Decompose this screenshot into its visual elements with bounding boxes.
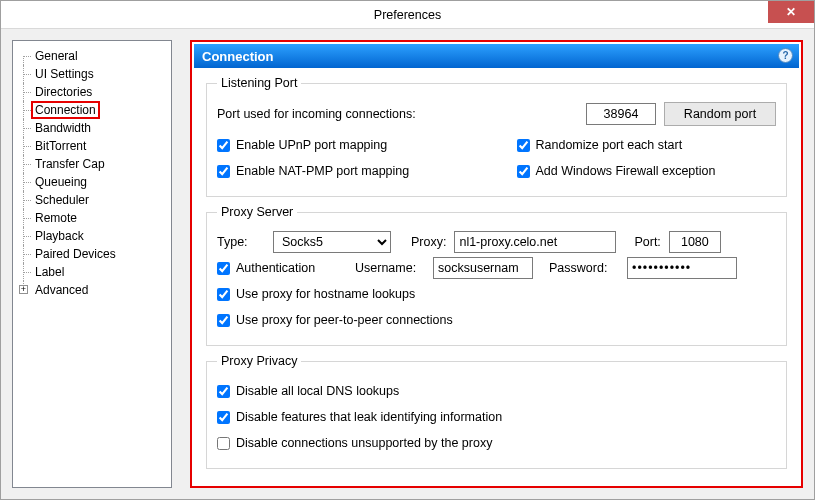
randomize-port-checkbox[interactable]: Randomize port each start	[517, 138, 683, 152]
tree-item-scheduler[interactable]: Scheduler	[17, 191, 171, 209]
proxy-port-label: Port:	[634, 235, 660, 249]
upnp-checkbox[interactable]: Enable UPnP port mapping	[217, 138, 387, 152]
natpmp-checkbox[interactable]: Enable NAT-PMP port mapping	[217, 164, 409, 178]
tree-item-general[interactable]: General	[17, 47, 171, 65]
tree-item-bittorrent[interactable]: BitTorrent	[17, 137, 171, 155]
panel-header: Connection ?	[194, 44, 799, 68]
preferences-window: Preferences ✕ General UI Settings Direct…	[0, 0, 815, 500]
disable-dns-checkbox[interactable]: Disable all local DNS lookups	[217, 384, 399, 398]
panel-title: Connection	[202, 49, 274, 64]
tree-item-advanced[interactable]: + Advanced	[17, 281, 171, 299]
proxy-password-label: Password:	[549, 261, 619, 275]
titlebar: Preferences ✕	[1, 1, 814, 29]
disable-leak-checkbox[interactable]: Disable features that leak identifying i…	[217, 410, 502, 424]
help-icon[interactable]: ?	[778, 48, 793, 63]
proxy-auth-checkbox[interactable]: Authentication	[217, 261, 347, 275]
tree-item-queueing[interactable]: Queueing	[17, 173, 171, 191]
window-title: Preferences	[374, 8, 441, 22]
tree-item-label[interactable]: Label	[17, 263, 171, 281]
proxy-password-input[interactable]	[627, 257, 737, 279]
tree-item-remote[interactable]: Remote	[17, 209, 171, 227]
tree-item-paired-devices[interactable]: Paired Devices	[17, 245, 171, 263]
proxy-host-input[interactable]	[454, 231, 616, 253]
disable-unsupported-checkbox[interactable]: Disable connections unsupported by the p…	[217, 436, 492, 450]
close-icon: ✕	[786, 5, 796, 19]
expand-icon[interactable]: +	[19, 285, 28, 294]
proxy-host-label: Proxy:	[411, 235, 446, 249]
tree-item-connection[interactable]: Connection	[17, 101, 171, 119]
proxy-hostname-checkbox[interactable]: Use proxy for hostname lookups	[217, 287, 415, 301]
category-tree[interactable]: General UI Settings Directories Connecti…	[12, 40, 172, 488]
incoming-port-input[interactable]	[586, 103, 656, 125]
listening-port-legend: Listening Port	[217, 76, 301, 90]
close-button[interactable]: ✕	[768, 1, 814, 23]
tree-item-transfer-cap[interactable]: Transfer Cap	[17, 155, 171, 173]
proxy-privacy-legend: Proxy Privacy	[217, 354, 301, 368]
random-port-button[interactable]: Random port	[664, 102, 776, 126]
client-area: General UI Settings Directories Connecti…	[2, 30, 813, 498]
listening-port-group: Listening Port Port used for incoming co…	[206, 76, 787, 197]
tree-item-playback[interactable]: Playback	[17, 227, 171, 245]
panel-body: Listening Port Port used for incoming co…	[194, 68, 799, 485]
proxy-port-input[interactable]	[669, 231, 721, 253]
proxy-type-label: Type:	[217, 235, 265, 249]
proxy-type-select[interactable]: Socks5	[273, 231, 391, 253]
firewall-checkbox[interactable]: Add Windows Firewall exception	[517, 164, 716, 178]
tree-item-directories[interactable]: Directories	[17, 83, 171, 101]
proxy-p2p-checkbox[interactable]: Use proxy for peer-to-peer connections	[217, 313, 453, 327]
connection-panel: Connection ? Listening Port Port used fo…	[190, 40, 803, 488]
tree-item-ui-settings[interactable]: UI Settings	[17, 65, 171, 83]
proxy-server-group: Proxy Server Type: Socks5 Proxy: Port: A…	[206, 205, 787, 346]
proxy-username-input[interactable]	[433, 257, 533, 279]
proxy-username-label: Username:	[355, 261, 425, 275]
tree-item-bandwidth[interactable]: Bandwidth	[17, 119, 171, 137]
proxy-server-legend: Proxy Server	[217, 205, 297, 219]
incoming-port-label: Port used for incoming connections:	[217, 107, 416, 121]
proxy-privacy-group: Proxy Privacy Disable all local DNS look…	[206, 354, 787, 469]
